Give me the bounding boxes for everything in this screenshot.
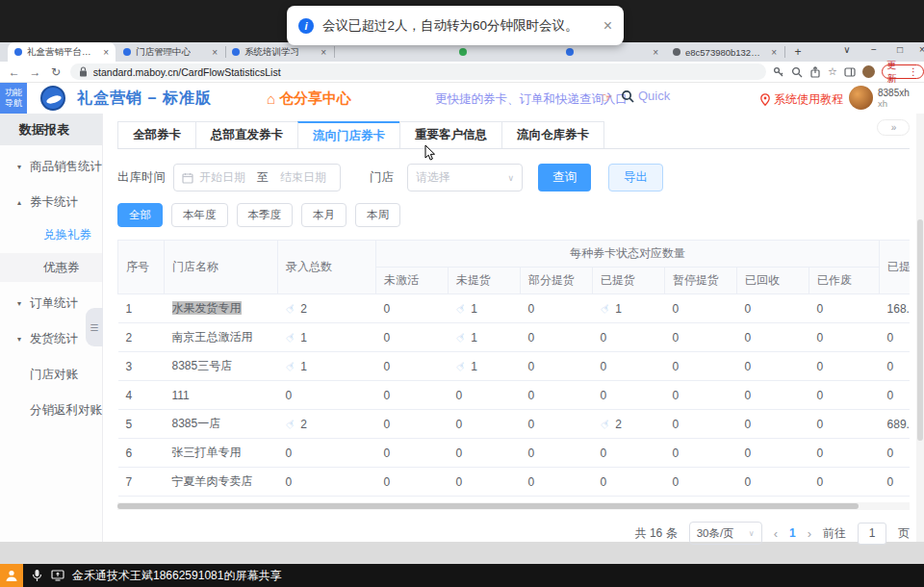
- count-cell: 0: [376, 294, 449, 323]
- sidebar-item-分销返利对账[interactable]: 分销返利对账: [0, 396, 102, 424]
- browser-tab[interactable]: 礼盒营销平台管理中心×: [8, 42, 116, 62]
- count-cell: 0: [809, 294, 880, 323]
- url-bar[interactable]: standard.maboy.cn/CardFlowStatisticsList: [70, 64, 766, 80]
- range-button-本月[interactable]: 本月: [301, 203, 346, 227]
- toast-close-icon[interactable]: ×: [603, 17, 612, 35]
- sidebar-item-门店对账[interactable]: 门店对账: [0, 360, 102, 389]
- count-link-cell[interactable]: ☞1: [449, 352, 521, 381]
- count-link-cell[interactable]: ☞1: [278, 323, 376, 352]
- tab-总部直发券卡[interactable]: 总部直发券卡: [195, 121, 298, 148]
- search-button[interactable]: 查询: [538, 164, 591, 191]
- sidebar-item-商品销售统计[interactable]: ▾商品销售统计: [0, 152, 102, 181]
- tab-close-icon[interactable]: ×: [212, 47, 218, 58]
- toast-message: 会议已超过2人，自动转为60分钟限时会议。: [322, 17, 578, 35]
- range-button-本年度[interactable]: 本年度: [171, 203, 228, 227]
- tab-favicon: [123, 48, 131, 56]
- browser-tab[interactable]: 系统培训学习×: [225, 42, 333, 62]
- reload-icon[interactable]: ↻: [45, 65, 66, 79]
- page-scrollbar[interactable]: [916, 114, 924, 542]
- tab-search-icon[interactable]: ∨: [839, 44, 855, 55]
- count-link-cell[interactable]: ☞1: [278, 352, 376, 381]
- tab-全部券卡[interactable]: 全部券卡: [117, 121, 196, 148]
- sidebar-item-券卡统计[interactable]: ▴券卡统计: [0, 188, 102, 217]
- sidebar-item-label: 分销返利对账: [30, 402, 102, 419]
- tab-close-icon[interactable]: ×: [103, 47, 109, 58]
- cell-value: 0: [673, 447, 680, 460]
- count-cell: 0: [376, 352, 449, 381]
- count-cell: 0: [278, 381, 376, 410]
- window-minimize-button[interactable]: −: [866, 44, 882, 55]
- screen-share-icon[interactable]: [51, 570, 64, 581]
- share-icon[interactable]: [809, 66, 821, 78]
- forward-icon[interactable]: →: [25, 65, 46, 79]
- zoom-icon[interactable]: [791, 66, 803, 78]
- window-close-button[interactable]: ×: [914, 44, 924, 55]
- sidebar-item-兑换礼券[interactable]: 兑换礼券: [0, 220, 102, 249]
- store-select[interactable]: 请选择 ∨: [407, 164, 523, 191]
- count-cell: 0: [449, 468, 521, 497]
- store-name-cell: 张三打单专用: [165, 439, 278, 468]
- tutorial-link[interactable]: 系统使用教程: [760, 91, 843, 108]
- range-button-本周[interactable]: 本周: [355, 203, 400, 227]
- tab-流向仓库券卡[interactable]: 流向仓库券卡: [501, 121, 604, 148]
- current-page[interactable]: 1: [789, 526, 796, 540]
- export-button[interactable]: 导出: [608, 164, 663, 191]
- page-size-select[interactable]: 30条/页 ∨: [689, 522, 762, 545]
- window-maximize-button[interactable]: □: [892, 44, 908, 55]
- bookmark-star-icon[interactable]: ☆: [828, 65, 837, 78]
- prev-page-button[interactable]: ‹: [774, 526, 778, 541]
- column-header: 序号: [118, 241, 165, 294]
- meeting-toast: i 会议已超过2人，自动转为60分钟限时会议。 ×: [287, 6, 624, 45]
- pointing-hand-icon: ☞: [282, 416, 298, 433]
- function-nav-badge[interactable]: 功能 导航: [0, 83, 27, 114]
- goto-page-input[interactable]: [858, 523, 886, 545]
- profile-avatar[interactable]: [862, 65, 875, 78]
- browser-tab[interactable]: ×: [559, 42, 665, 62]
- tab-close-icon[interactable]: ×: [653, 47, 658, 58]
- browser-tab[interactable]: 门店管理中心×: [116, 42, 224, 62]
- horizontal-scrollbar[interactable]: [117, 502, 910, 510]
- tab-流向门店券卡[interactable]: 流向门店券卡: [297, 121, 400, 148]
- range-button-本季度[interactable]: 本季度: [237, 203, 294, 227]
- tab-重要客户信息[interactable]: 重要客户信息: [399, 121, 502, 148]
- tab-close-icon[interactable]: ×: [321, 47, 326, 58]
- cell-value: 2: [300, 302, 307, 316]
- browser-tab[interactable]: [452, 42, 558, 62]
- count-link-cell[interactable]: ☞2: [278, 410, 376, 439]
- cell-value: 2: [300, 418, 307, 431]
- microphone-icon[interactable]: [32, 569, 42, 582]
- count-link-cell[interactable]: ☞1: [449, 323, 521, 352]
- sharer-avatar-icon: [0, 564, 23, 587]
- count-link-cell[interactable]: ☞2: [593, 410, 665, 439]
- next-page-button[interactable]: ›: [808, 526, 811, 541]
- range-button-全部[interactable]: 全部: [117, 203, 163, 227]
- store-name: 宁夏羊肉专卖店: [172, 474, 253, 488]
- sidebar-title: 数据报表: [0, 114, 102, 145]
- user-menu[interactable]: 8385xh xh: [849, 86, 910, 110]
- store-icon: ⌂: [267, 90, 275, 107]
- quick-search-link[interactable]: Quick: [621, 89, 670, 103]
- update-button[interactable]: 更新 ⋮: [882, 64, 924, 79]
- sidebar-collapse-handle[interactable]: ☰: [86, 308, 103, 346]
- count-cell: 0: [449, 381, 521, 410]
- share-center-link[interactable]: ⌂ 仓分享中心: [267, 89, 351, 108]
- pointing-hand-icon: ☞: [452, 300, 469, 318]
- group-column-header: 每种券卡状态对应数量: [376, 241, 880, 268]
- cell-value: 0: [384, 389, 391, 402]
- count-link-cell[interactable]: ☞1: [449, 294, 521, 323]
- count-link-cell[interactable]: ☞2: [278, 294, 376, 323]
- kebab-menu-icon[interactable]: ⋮: [909, 66, 918, 77]
- date-range-input[interactable]: 开始日期 至 结束日期: [173, 164, 341, 191]
- count-cell: 0: [809, 468, 880, 497]
- count-cell: 0: [809, 439, 880, 468]
- key-icon[interactable]: [773, 66, 784, 78]
- back-icon[interactable]: ←: [4, 65, 25, 79]
- count-link-cell[interactable]: ☞1: [593, 294, 665, 323]
- tabs-more-button[interactable]: »: [877, 119, 910, 136]
- browser-tab[interactable]: e8c573980b1328a258fd2e6f×: [666, 42, 783, 62]
- tab-close-icon[interactable]: ×: [771, 47, 777, 58]
- tab-favicon: [232, 48, 240, 56]
- sidebar-item-优惠券[interactable]: 优惠券: [0, 253, 102, 282]
- new-tab-button[interactable]: +: [791, 45, 805, 59]
- split-screen-icon[interactable]: [844, 66, 856, 78]
